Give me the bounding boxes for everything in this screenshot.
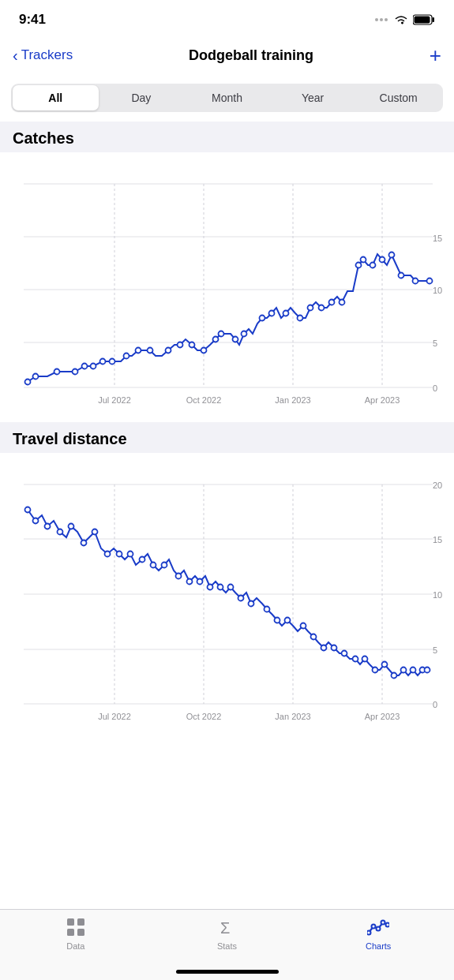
travel-title: Travel distance [13,430,127,447]
svg-text:Jul 2022: Jul 2022 [98,395,131,405]
svg-point-102 [321,645,327,651]
svg-point-40 [233,337,238,342]
segment-custom[interactable]: Custom [355,85,441,110]
svg-point-78 [45,524,51,529]
svg-point-35 [178,342,183,348]
svg-point-111 [411,668,416,673]
svg-point-31 [124,353,129,359]
tab-bar: Data Σ Stats Charts [0,909,454,980]
tab-data[interactable]: Data [0,916,152,951]
svg-rect-5 [415,17,430,24]
catches-header: Catches [0,122,454,152]
svg-rect-116 [67,929,74,936]
battery-icon [413,14,435,25]
svg-point-76 [25,507,31,513]
svg-point-29 [100,359,106,365]
svg-point-27 [82,364,88,369]
segment-day[interactable]: Day [99,85,185,110]
segment-control: All Day Month Year Custom [11,84,443,112]
svg-point-106 [362,656,368,662]
svg-point-1 [380,18,383,21]
svg-point-105 [353,656,358,662]
svg-text:Jul 2022: Jul 2022 [98,712,131,721]
svg-point-85 [128,552,133,557]
svg-point-25 [54,369,60,375]
tab-data-label: Data [66,941,84,951]
svg-point-2 [385,18,388,21]
travel-chart: 0 5 10 15 20 Jul 2022 Oct 2022 Jan 2023 … [0,453,454,721]
svg-point-86 [140,557,145,563]
svg-point-97 [265,607,270,612]
svg-point-50 [356,263,362,268]
svg-rect-114 [67,918,74,926]
catches-chart: 0 5 10 15 Jul 2022 Oct 2022 Jan 2023 Apr… [0,152,454,421]
svg-point-122 [381,921,385,925]
segment-year[interactable]: Year [270,85,356,110]
svg-point-83 [105,552,111,557]
svg-point-32 [136,348,141,353]
svg-text:5: 5 [433,339,437,348]
svg-rect-4 [433,17,435,22]
svg-point-43 [269,311,275,316]
svg-point-56 [413,279,418,284]
travel-section: Travel distance 0 5 10 15 20 Jul 2022 Oc… [0,422,454,721]
svg-point-26 [73,369,78,375]
svg-point-41 [242,331,247,337]
catches-svg: 0 5 10 15 Jul 2022 Oct 2022 Jan 2023 Apr… [0,152,454,421]
tab-charts[interactable]: Charts [302,916,454,951]
svg-point-109 [392,673,397,679]
svg-point-88 [162,563,167,568]
svg-point-119 [367,931,371,935]
svg-point-104 [342,651,347,656]
svg-text:Oct 2022: Oct 2022 [186,395,222,405]
svg-text:10: 10 [433,590,442,600]
svg-point-24 [33,374,39,380]
svg-text:Jan 2023: Jan 2023 [275,395,310,405]
svg-point-46 [308,305,313,311]
chart-icon [367,916,389,938]
svg-text:Oct 2022: Oct 2022 [186,712,222,721]
segment-month[interactable]: Month [184,85,270,110]
svg-point-123 [386,923,390,927]
home-indicator [176,970,279,974]
svg-point-33 [148,348,153,353]
svg-text:Apr 2023: Apr 2023 [365,712,400,721]
svg-point-77 [33,518,39,524]
tab-stats-label: Stats [217,941,237,951]
svg-text:5: 5 [433,645,437,655]
svg-point-120 [372,925,376,929]
svg-text:20: 20 [433,481,442,490]
back-button[interactable]: ‹ Trackers [13,47,73,65]
svg-point-47 [319,305,325,311]
svg-point-108 [382,662,388,668]
svg-point-54 [389,252,395,258]
svg-rect-117 [77,929,84,936]
status-icons [375,14,435,25]
sigma-icon: Σ [216,916,238,938]
svg-point-23 [25,380,31,385]
svg-point-44 [283,311,289,316]
svg-point-94 [228,585,234,590]
svg-point-91 [197,579,203,585]
add-button[interactable]: + [430,45,441,65]
svg-point-53 [380,257,385,263]
svg-point-0 [375,18,378,21]
svg-text:15: 15 [433,535,442,544]
svg-point-84 [117,552,122,557]
svg-text:15: 15 [433,234,442,243]
nav-bar: ‹ Trackers Dodgeball training + [0,35,454,79]
svg-text:0: 0 [433,700,437,709]
segment-all[interactable]: All [13,85,99,110]
svg-point-30 [110,359,115,365]
svg-text:0: 0 [433,383,437,393]
svg-point-121 [377,927,381,931]
svg-point-52 [370,263,376,268]
svg-point-36 [189,342,195,348]
svg-point-51 [361,257,366,263]
svg-point-101 [311,634,317,640]
tab-stats[interactable]: Σ Stats [152,916,303,951]
svg-text:Apr 2023: Apr 2023 [365,395,400,405]
svg-point-98 [275,618,280,623]
svg-point-79 [58,529,63,535]
svg-point-107 [373,668,378,673]
